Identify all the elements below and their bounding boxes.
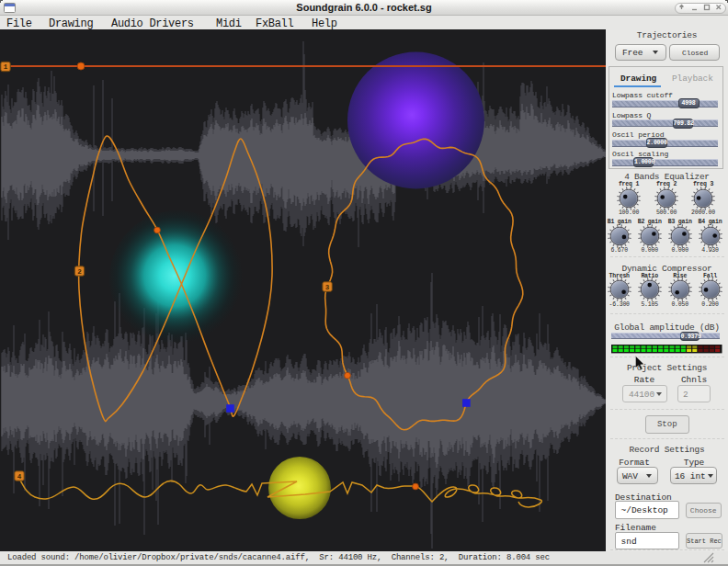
svg-text:3: 3 — [325, 284, 330, 291]
svg-text:2: 2 — [77, 268, 82, 276]
svg-text:4: 4 — [17, 473, 22, 481]
svg-text:1: 1 — [4, 63, 8, 71]
